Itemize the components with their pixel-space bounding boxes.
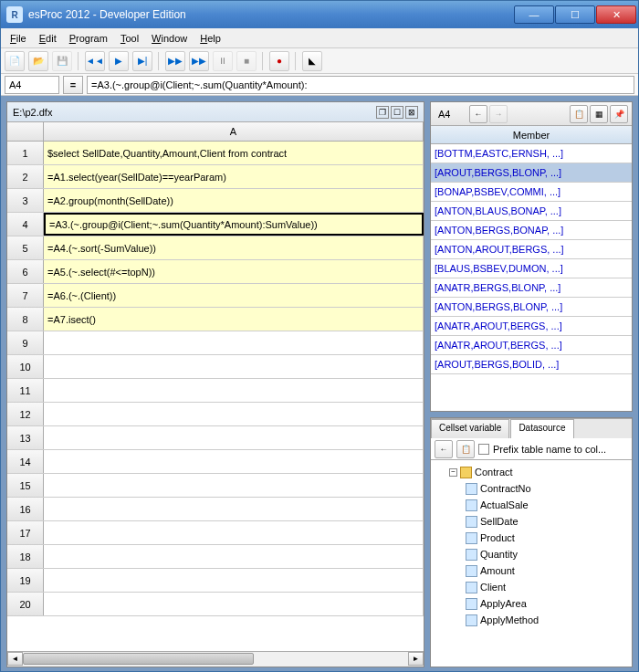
member-item[interactable]: [ANTON,BERGS,BONAP, ...] (431, 221, 632, 240)
save-icon[interactable]: 💾 (52, 51, 72, 71)
nav-back-icon[interactable]: ← (469, 105, 487, 123)
step-icon[interactable]: ▶| (132, 51, 152, 71)
step-back-icon[interactable]: ◄◄ (85, 51, 105, 71)
minimize-button[interactable]: — (514, 5, 554, 24)
menu-edit[interactable]: Edit (34, 31, 62, 46)
maximize-doc-icon[interactable]: ☐ (391, 106, 403, 119)
member-item[interactable]: [ANATR,BERGS,BLONP, ...] (431, 278, 632, 298)
member-item[interactable]: [ANTON,BERGS,BLONP, ...] (431, 298, 632, 317)
tree-node-field[interactable]: Product (435, 530, 628, 546)
member-list[interactable]: [BOTTM,EASTC,ERNSH, ...][AROUT,BERGS,BLO… (431, 144, 632, 411)
spreadsheet-grid[interactable]: A 1$select SellDate,Quantity,Amount,Clie… (7, 122, 424, 651)
row-header[interactable]: 7 (7, 284, 44, 307)
menu-program[interactable]: Program (64, 31, 113, 46)
ds-back-icon[interactable]: ← (435, 440, 453, 458)
row-header[interactable]: 4 (7, 213, 44, 236)
tree-node-field[interactable]: SellDate (435, 513, 628, 530)
cell-a16[interactable] (44, 498, 424, 520)
tree-node-field[interactable]: ApplyMethod (435, 612, 628, 628)
scroll-thumb[interactable] (23, 653, 254, 665)
row-header[interactable]: 10 (7, 355, 44, 378)
restore-icon[interactable]: ❐ (376, 106, 389, 119)
scroll-left-icon[interactable]: ◄ (7, 652, 23, 666)
menu-window[interactable]: Window (146, 31, 193, 46)
member-item[interactable]: [AROUT,BERGS,BOLID, ...] (431, 355, 632, 374)
row-header[interactable]: 14 (7, 450, 44, 473)
menu-tool[interactable]: Tool (115, 31, 144, 46)
row-header[interactable]: 13 (7, 426, 44, 449)
cell-a6[interactable]: =A5.(~.select(#<=topN)) (44, 260, 424, 283)
tree-node-field[interactable]: ActualSale (435, 497, 628, 513)
pause-icon[interactable]: ⏸ (213, 51, 233, 71)
run-to-icon[interactable]: ▶▶ (189, 51, 209, 71)
menu-file[interactable]: File (5, 31, 32, 46)
row-header[interactable]: 16 (7, 498, 44, 520)
row-header[interactable]: 20 (7, 593, 44, 615)
maximize-button[interactable]: ☐ (555, 5, 595, 24)
pin-icon[interactable]: 📌 (610, 105, 628, 123)
member-item[interactable]: [ANTON,AROUT,BERGS, ...] (431, 240, 632, 259)
row-header[interactable]: 9 (7, 331, 44, 354)
copy-icon[interactable]: 📋 (570, 105, 588, 123)
row-header[interactable]: 11 (7, 379, 44, 402)
tree-node-field[interactable]: Amount (435, 562, 628, 579)
cell-a12[interactable] (44, 403, 424, 425)
member-item[interactable]: [AROUT,BERGS,BLONP, ...] (431, 163, 632, 183)
column-header-a[interactable]: A (44, 122, 424, 141)
tree-node-field[interactable]: ApplyArea (435, 595, 628, 612)
cell-a7[interactable]: =A6.(~.(Client)) (44, 284, 424, 307)
breakpoint-icon[interactable]: ● (269, 51, 289, 71)
cell-a5[interactable]: =A4.(~.sort(-SumValue)) (44, 236, 424, 259)
equals-button[interactable]: = (63, 76, 83, 94)
row-header[interactable]: 2 (7, 165, 44, 188)
formula-input[interactable]: =A3.(~.group@i(Client;~.sum(Quantity*Amo… (87, 76, 634, 94)
cell-a1[interactable]: $select SellDate,Quantity,Amount,Client … (44, 142, 424, 164)
new-icon[interactable]: 📄 (5, 51, 25, 71)
select-all-corner[interactable] (7, 122, 44, 141)
open-icon[interactable]: 📂 (28, 51, 48, 71)
member-item[interactable]: [BONAP,BSBEV,COMMI, ...] (431, 183, 632, 202)
tab-cellset-variable[interactable]: Cellset variable (431, 419, 509, 438)
cell-a19[interactable] (44, 569, 424, 592)
member-item[interactable]: [BLAUS,BSBEV,DUMON, ...] (431, 259, 632, 278)
menu-help[interactable]: Help (194, 31, 226, 46)
fast-forward-icon[interactable]: ▶▶ (165, 51, 185, 71)
cell-a8[interactable]: =A7.isect() (44, 308, 424, 331)
close-button[interactable]: ✕ (596, 5, 636, 24)
close-doc-icon[interactable]: ⊠ (405, 106, 418, 119)
tree-node-root[interactable]: − Contract (435, 464, 628, 480)
nav-forward-icon[interactable]: → (489, 105, 508, 123)
row-header[interactable]: 15 (7, 474, 44, 497)
datasource-tree[interactable]: − Contract ContractNoActualSaleSellDateP… (431, 460, 632, 667)
prefix-checkbox[interactable] (478, 444, 489, 455)
grid-view-icon[interactable]: ▦ (590, 105, 608, 123)
row-header[interactable]: 5 (7, 236, 44, 259)
stop-icon[interactable]: ■ (236, 51, 257, 71)
cell-a15[interactable] (44, 474, 424, 497)
row-header[interactable]: 19 (7, 569, 44, 592)
horizontal-scrollbar[interactable]: ◄ ► (7, 651, 424, 667)
row-header[interactable]: 3 (7, 189, 44, 212)
member-item[interactable]: [ANATR,AROUT,BERGS, ...] (431, 317, 632, 336)
cell-a9[interactable] (44, 331, 424, 354)
cell-a3[interactable]: =A2.group(month(SellDate)) (44, 189, 424, 212)
cell-a14[interactable] (44, 450, 424, 473)
tree-node-field[interactable]: Client (435, 579, 628, 595)
row-header[interactable]: 18 (7, 545, 44, 568)
member-item[interactable]: [BOTTM,EASTC,ERNSH, ...] (431, 144, 632, 163)
member-item[interactable]: [ANTON,BLAUS,BONAP, ...] (431, 202, 632, 221)
cell-a11[interactable] (44, 379, 424, 402)
cell-a18[interactable] (44, 545, 424, 568)
cell-a4[interactable]: =A3.(~.group@i(Client;~.sum(Quantity*Amo… (44, 213, 424, 236)
cell-a20[interactable] (44, 593, 424, 615)
row-header[interactable]: 6 (7, 260, 44, 283)
scroll-right-icon[interactable]: ► (408, 652, 424, 666)
expand-icon[interactable]: ◣ (302, 51, 322, 71)
row-header[interactable]: 17 (7, 521, 44, 544)
member-item[interactable]: [ANATR,AROUT,BERGS, ...] (431, 336, 632, 355)
row-header[interactable]: 12 (7, 403, 44, 425)
cell-reference-box[interactable]: A4 (5, 76, 59, 94)
row-header[interactable]: 8 (7, 308, 44, 331)
collapse-icon[interactable]: − (449, 468, 457, 477)
cell-a17[interactable] (44, 521, 424, 544)
